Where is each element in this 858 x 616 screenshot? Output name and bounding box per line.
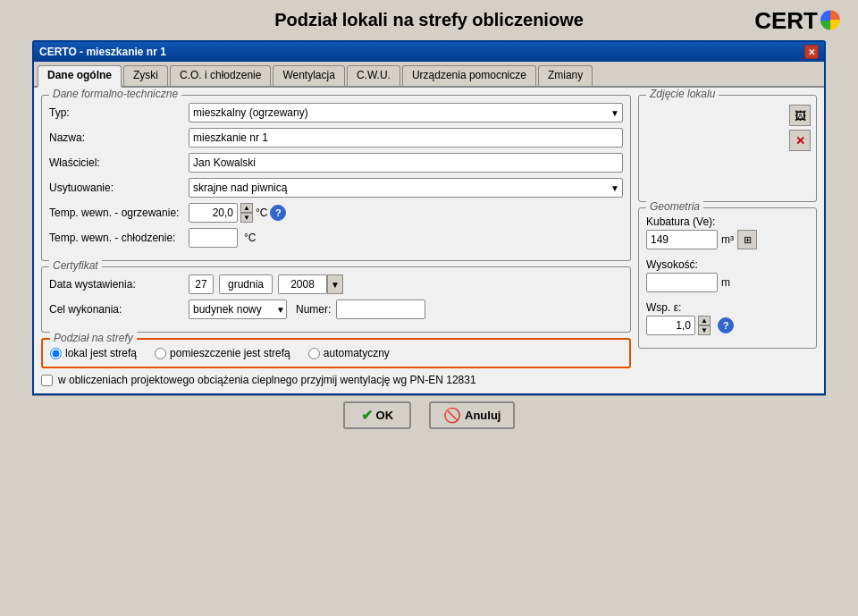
temp-ogrzewanie-spinner: ▲ ▼ °C ? <box>189 203 286 223</box>
kubatura-input-row: m³ ⊞ <box>646 230 809 249</box>
cert-icon <box>820 11 840 30</box>
date-day-input[interactable] <box>189 274 214 294</box>
wlasciciel-label: Właściciel: <box>49 156 183 169</box>
certyfikat-group: Certyfikat Data wystawienia: ▼ <box>41 266 631 333</box>
tab-co-chlodzenie[interactable]: C.O. i chłodzenie <box>170 65 271 86</box>
dane-formalno-group: Dane formalno-techniczne Typ: mieszkalny… <box>41 95 631 261</box>
temp-ogrzewanie-input[interactable] <box>189 203 238 223</box>
wspe-spinner: ▲ ▼ <box>646 316 711 335</box>
window: CERTO - mieszkanie nr 1 ✕ Dane ogólne Zy… <box>32 40 826 395</box>
window-close-button[interactable]: ✕ <box>804 45 819 59</box>
data-wystawienia-label: Data wystawienia: <box>49 278 183 291</box>
photo-remove-button[interactable]: ✕ <box>789 130 811 151</box>
tab-zmiany[interactable]: Zmiany <box>538 65 593 86</box>
radio-automatyczny-label: automatyczny <box>324 347 390 359</box>
nazwa-input[interactable] <box>189 128 623 148</box>
date-month-input[interactable] <box>219 274 273 294</box>
wlasciciel-row: Właściciel: <box>49 153 623 173</box>
wspe-down[interactable]: ▼ <box>698 325 711 335</box>
tab-zyski[interactable]: Zyski <box>123 65 168 86</box>
cancel-button[interactable]: 🚫 Anuluj <box>429 401 515 429</box>
wlasciciel-input[interactable] <box>189 153 623 173</box>
usytuowanie-label: Usytuowanie: <box>49 181 183 194</box>
zdjecie-label: Zdjęcie lokalu <box>646 88 719 100</box>
wspe-row: Wsp. ε: ▲ ▼ ? <box>646 301 809 335</box>
photo-buttons: 🖼 ✕ <box>789 105 811 151</box>
zdjecie-group: Zdjęcie lokalu 🖼 ✕ <box>638 95 817 202</box>
right-column: Zdjęcie lokalu 🖼 ✕ Geometria Kubatura (V… <box>638 95 817 386</box>
tab-dane-ogolne[interactable]: Dane ogólne <box>38 65 122 88</box>
certyfikat-label: Certyfikat <box>49 259 102 272</box>
temp-ogrzewanie-up[interactable]: ▲ <box>240 203 253 213</box>
data-wystawienia-row: Data wystawienia: ▼ <box>49 274 623 294</box>
radio-lokal-strefa-input[interactable] <box>50 348 62 359</box>
cancel-label: Anuluj <box>465 409 500 422</box>
temp-ogrzewanie-down[interactable]: ▼ <box>240 213 253 223</box>
content-area: Dane formalno-techniczne Typ: mieszkalny… <box>34 88 824 393</box>
cancel-icon: 🚫 <box>443 407 461 424</box>
usytuowanie-row: Usytuowanie: skrajne nad piwnicą ▼ <box>49 178 623 198</box>
wspe-up[interactable]: ▲ <box>698 316 711 325</box>
date-parts: ▼ <box>189 274 343 294</box>
radio-pomieszczenie-strefa-label: pomieszczenie jest strefą <box>170 347 290 359</box>
kubatura-label: Kubatura (Ve): <box>646 215 809 228</box>
kubatura-icon-btn[interactable]: ⊞ <box>737 230 757 249</box>
main-window-area: CERTO - mieszkanie nr 1 ✕ Dane ogólne Zy… <box>16 40 842 435</box>
radio-row: lokal jest strefą pomieszczenie jest str… <box>50 347 622 359</box>
radio-pomieszczenie-strefa[interactable]: pomieszczenie jest strefą <box>155 347 290 359</box>
wysokosc-unit: m <box>721 276 730 289</box>
tab-urzadzenia[interactable]: Urządzenia pomocnicze <box>402 65 536 86</box>
window-title: CERTO - mieszkanie nr 1 <box>39 46 166 58</box>
ok-button[interactable]: ✔ OK <box>343 401 412 429</box>
cel-select[interactable]: budynek nowy <box>189 300 287 319</box>
wysokosc-row: Wysokość: m <box>646 258 809 292</box>
temp-chlodzenie-row: Temp. wewn. - chłodzenie: °C <box>49 228 623 248</box>
temp-ogrzewanie-unit: °C <box>256 207 267 219</box>
radio-automatyczny-input[interactable] <box>308 348 320 359</box>
geometria-fields: Kubatura (Ve): m³ ⊞ Wysokość: <box>646 215 809 341</box>
numer-input[interactable] <box>336 300 425 319</box>
tab-bar: Dane ogólne Zyski C.O. i chłodzenie Went… <box>34 62 824 88</box>
date-year-wrap: ▼ <box>278 274 343 294</box>
temp-ogrzewanie-spinner-btns: ▲ ▼ <box>240 203 253 223</box>
podzial-strefy-group: Podział na strefy lokal jest strefą pomi… <box>41 338 631 368</box>
wentylacja-checkbox-label: w obliczeniach projektowego obciążenia c… <box>58 374 476 386</box>
photo-add-button[interactable]: 🖼 <box>789 105 811 126</box>
kubatura-unit: m³ <box>721 233 734 246</box>
ok-check-icon: ✔ <box>361 407 373 424</box>
typ-select-wrapper: mieszkalny (ogrzewany) ▼ <box>189 103 623 122</box>
podzial-strefy-label: Podział na strefy <box>50 332 137 344</box>
temp-ogrzewanie-help-icon[interactable]: ? <box>270 205 286 221</box>
radio-automatyczny[interactable]: automatyczny <box>308 347 390 359</box>
wspe-input[interactable] <box>646 316 695 335</box>
tab-cwu[interactable]: C.W.U. <box>347 65 400 86</box>
date-year-input[interactable] <box>278 274 327 294</box>
window-titlebar: CERTO - mieszkanie nr 1 ✕ <box>34 42 824 62</box>
temp-chlodzenie-input[interactable] <box>189 228 238 248</box>
wspe-input-row: ▲ ▼ ? <box>646 316 809 335</box>
usytuowanie-select[interactable]: skrajne nad piwnicą <box>189 178 623 198</box>
radio-lokal-strefa[interactable]: lokal jest strefą <box>50 347 137 359</box>
geometria-group: Geometria Kubatura (Ve): m³ ⊞ <box>638 207 817 349</box>
wspe-help-icon[interactable]: ? <box>718 317 734 333</box>
checkbox-row: w obliczeniach projektowego obciążenia c… <box>41 374 631 386</box>
cert-text: CERT <box>754 6 818 34</box>
date-year-dropdown[interactable]: ▼ <box>327 274 343 294</box>
cel-select-wrap: budynek nowy ▼ <box>189 300 287 319</box>
numer-label: Numer: <box>296 303 331 316</box>
wspe-label: Wsp. ε: <box>646 301 809 314</box>
wentylacja-checkbox[interactable] <box>41 375 53 386</box>
typ-label: Typ: <box>49 106 183 119</box>
cel-wykonania-row: Cel wykonania: budynek nowy ▼ Numer: <box>49 300 623 319</box>
wysokosc-input[interactable] <box>646 273 718 292</box>
usytuowanie-select-wrapper: skrajne nad piwnicą ▼ <box>189 178 623 198</box>
temp-ogrzewanie-row: Temp. wewn. - ogrzewanie: ▲ ▼ °C ? <box>49 203 623 223</box>
temp-chlodzenie-unit: °C <box>244 232 256 244</box>
kubatura-input[interactable] <box>646 230 718 249</box>
bottom-bar: ✔ OK 🚫 Anuluj <box>32 395 826 435</box>
typ-select[interactable]: mieszkalny (ogrzewany) <box>189 103 623 122</box>
dane-formalno-label: Dane formalno-techniczne <box>49 88 181 100</box>
nazwa-label: Nazwa: <box>49 131 183 144</box>
tab-wentylacja[interactable]: Wentylacja <box>273 65 344 86</box>
radio-pomieszczenie-strefa-input[interactable] <box>155 348 166 359</box>
